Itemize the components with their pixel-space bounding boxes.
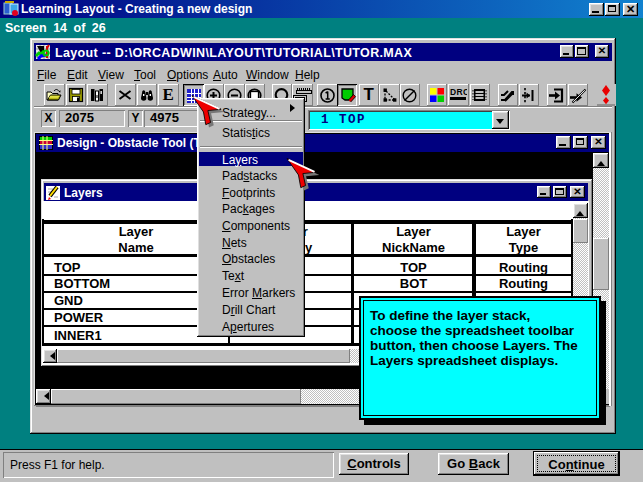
- svg-text:DRC: DRC: [450, 87, 467, 97]
